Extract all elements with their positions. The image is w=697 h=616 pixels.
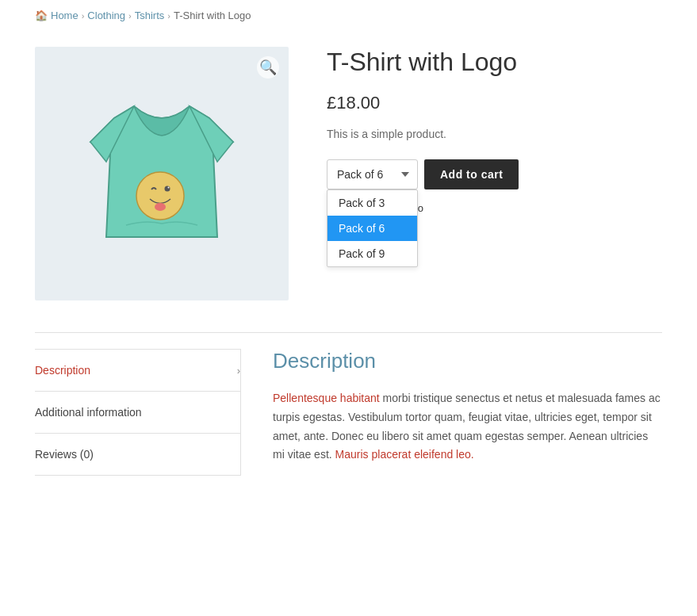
breadcrumb-sep-1: › <box>82 11 85 21</box>
breadcrumb-tshirts[interactable]: Tshirts <box>135 10 165 21</box>
tab-reviews-label: Reviews (0) <box>35 448 94 461</box>
home-icon: 🏠 <box>35 10 48 21</box>
tab-additional-label: Additional information <box>35 406 142 419</box>
tshirt-image <box>67 78 257 269</box>
svg-point-1 <box>165 186 170 192</box>
tab-description-label: Description <box>35 364 90 377</box>
divider <box>35 332 662 333</box>
product-title: T-Shirt with Logo <box>327 47 662 77</box>
product-container: 🔍 <box>0 31 697 332</box>
tab-description-chevron: › <box>237 365 240 377</box>
pack-option-3[interactable]: Pack of 3 <box>327 190 417 216</box>
add-to-cart-button[interactable]: Add to cart <box>424 159 519 189</box>
breadcrumb-sep-2: › <box>128 11 132 21</box>
tabs-sidebar: Description › Additional information Rev… <box>35 349 241 476</box>
body-highlight: Pellentesque habitant <box>273 392 380 404</box>
zoom-icon[interactable]: 🔍 <box>257 56 279 78</box>
breadcrumb: 🏠 Home › Clothing › Tshirts › T-Shirt wi… <box>0 0 697 31</box>
svg-point-0 <box>136 172 184 220</box>
pack-dropdown-overlay: Pack of 3 Pack of 6 Pack of 9 <box>327 189 418 267</box>
tab-content-body: Pellentesque habitant morbi tristique se… <box>273 389 662 465</box>
tab-additional[interactable]: Additional information <box>35 392 240 434</box>
pack-option-9[interactable]: Pack of 9 <box>327 241 417 266</box>
pack-option-6[interactable]: Pack of 6 <box>327 216 417 241</box>
svg-point-3 <box>155 203 166 211</box>
pack-select[interactable]: Pack of 3 Pack of 6 Pack of 9 <box>327 159 418 189</box>
tab-description[interactable]: Description › <box>35 349 240 392</box>
breadcrumb-current: T-Shirt with Logo <box>174 10 251 21</box>
product-price: £18.00 <box>327 93 662 113</box>
tab-reviews[interactable]: Reviews (0) <box>35 434 240 476</box>
breadcrumb-home[interactable]: Home <box>51 10 79 21</box>
product-description: This is a simple product. <box>327 128 662 140</box>
tab-content-area: Description Pellentesque habitant morbi … <box>241 349 662 476</box>
product-image-wrap: 🔍 <box>35 47 289 300</box>
add-to-cart-row: Pack of 3 Pack of 6 Pack of 9 Pack of 3 … <box>327 159 662 189</box>
svg-point-2 <box>168 187 170 189</box>
product-image-box: 🔍 <box>35 47 289 300</box>
breadcrumb-sep-3: › <box>167 11 170 21</box>
tab-content-title: Description <box>273 349 662 373</box>
breadcrumb-clothing[interactable]: Clothing <box>87 10 125 21</box>
product-details: T-Shirt with Logo £18.00 This is a simpl… <box>327 47 662 300</box>
body-highlight-2: Mauris placerat eleifend leo. <box>332 448 474 461</box>
pack-select-wrap: Pack of 3 Pack of 6 Pack of 9 Pack of 3 … <box>327 159 418 189</box>
tabs-section: Description › Additional information Rev… <box>0 349 697 476</box>
